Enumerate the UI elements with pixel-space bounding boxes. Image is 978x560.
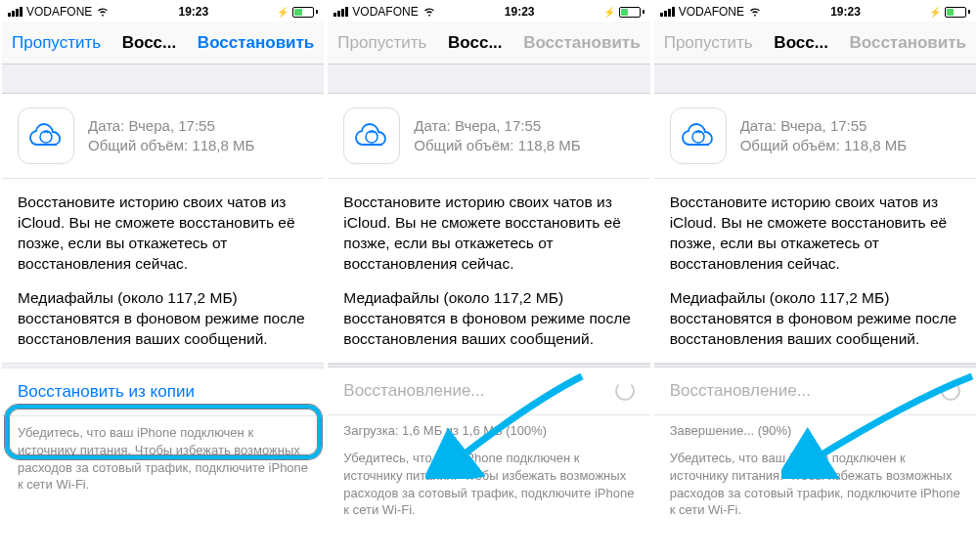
footer-note: Убедитесь, что ваш iPhone подключен к ис… <box>328 442 649 534</box>
icloud-backup-icon <box>670 108 727 164</box>
cellular-signal-icon <box>333 7 348 17</box>
carrier-label: VODAFONE <box>26 5 92 19</box>
nav-bar: Пропустить Восс... Восстановить <box>2 22 324 65</box>
spacer <box>654 65 976 94</box>
restore-progress-row: Восстановление... <box>654 367 976 415</box>
wifi-icon <box>96 4 110 21</box>
carrier-label: VODAFONE <box>679 5 744 19</box>
screen-2: VODAFONE 19:23 ⚡ Пропустить Восс... Восс… <box>328 2 649 535</box>
body-paragraph-1: Восстановите историю своих чатов из iClo… <box>343 193 634 275</box>
body-paragraph-2: Медиафайлы (около 117,2 МБ) восстановятс… <box>670 288 960 350</box>
charging-icon: ⚡ <box>277 7 289 18</box>
status-time: 19:23 <box>505 5 535 19</box>
spacer <box>2 65 324 94</box>
cellular-signal-icon <box>8 7 22 17</box>
battery-icon <box>619 7 645 18</box>
restore-progress-row: Восстановление... <box>328 367 649 415</box>
nav-skip-button: Пропустить <box>664 33 753 53</box>
backup-size: Общий объём: 118,8 МБ <box>740 136 907 155</box>
icloud-backup-icon <box>343 108 400 164</box>
carrier-label: VODAFONE <box>352 5 418 19</box>
nav-restore-button: Восстановить <box>850 33 966 53</box>
body-text: Восстановите историю своих чатов из iClo… <box>328 179 649 364</box>
body-paragraph-1: Восстановите историю своих чатов из iClo… <box>18 193 308 275</box>
backup-info-row: Дата: Вчера, 17:55 Общий объём: 118,8 МБ <box>2 94 324 179</box>
battery-icon <box>945 7 970 18</box>
nav-title: Восс... <box>426 33 523 53</box>
wifi-icon <box>422 4 436 21</box>
cellular-signal-icon <box>660 7 675 17</box>
icloud-backup-icon <box>18 108 74 164</box>
status-bar: VODAFONE 19:23 ⚡ <box>654 2 976 22</box>
nav-skip-button: Пропустить <box>337 33 426 53</box>
backup-info-row: Дата: Вчера, 17:55 Общий объём: 118,8 МБ <box>328 94 649 179</box>
body-text: Восстановите историю своих чатов из iClo… <box>654 179 976 364</box>
nav-restore-button: Восстановить <box>523 33 640 53</box>
status-bar: VODAFONE 19:23 ⚡ <box>2 2 324 22</box>
charging-icon: ⚡ <box>603 7 615 18</box>
backup-size: Общий объём: 118,8 МБ <box>414 136 580 155</box>
backup-date: Дата: Вчера, 17:55 <box>88 116 254 136</box>
nav-bar: Пропустить Восс... Восстановить <box>328 22 649 65</box>
nav-skip-button[interactable]: Пропустить <box>12 33 101 53</box>
screen-3: VODAFONE 19:23 ⚡ Пропустить Восс... Восс… <box>654 2 976 535</box>
status-bar: VODAFONE 19:23 ⚡ <box>328 2 649 22</box>
status-time: 19:23 <box>178 5 208 19</box>
body-text: Восстановите историю своих чатов из iClo… <box>2 179 324 364</box>
restore-label: Восстановление... <box>343 381 484 401</box>
backup-size: Общий объём: 118,8 МБ <box>88 136 254 155</box>
footer-note: Убедитесь, что ваш iPhone подключен к ис… <box>654 442 976 534</box>
wifi-icon <box>748 4 762 21</box>
backup-date: Дата: Вчера, 17:55 <box>414 116 580 136</box>
restore-label: Восстановить из копии <box>18 382 195 402</box>
screen-1: VODAFONE 19:23 ⚡ Пропустить Восс... Восс… <box>2 2 324 535</box>
footer-note: Убедитесь, что ваш iPhone подключен к ис… <box>2 416 324 508</box>
body-paragraph-2: Медиафайлы (около 117,2 МБ) восстановятс… <box>343 288 634 350</box>
svg-point-0 <box>40 131 52 143</box>
nav-bar: Пропустить Восс... Восстановить <box>654 22 976 65</box>
download-progress: Загрузка: 1,6 МБ из 1,6 МБ (100%) <box>328 415 649 442</box>
completion-progress: Завершение... (90%) <box>654 415 976 442</box>
backup-info-row: Дата: Вчера, 17:55 Общий объём: 118,8 МБ <box>654 94 976 179</box>
charging-icon: ⚡ <box>929 7 941 18</box>
nav-restore-button[interactable]: Восстановить <box>198 33 314 53</box>
spacer <box>328 65 649 94</box>
body-paragraph-2: Медиафайлы (около 117,2 МБ) восстановятс… <box>18 288 308 350</box>
restore-from-backup-button[interactable]: Восстановить из копии <box>2 367 324 416</box>
spinner-icon <box>615 381 635 401</box>
body-paragraph-1: Восстановите историю своих чатов из iClo… <box>670 193 960 275</box>
restore-label: Восстановление... <box>670 381 811 401</box>
nav-title: Восс... <box>753 33 850 53</box>
status-time: 19:23 <box>830 5 861 19</box>
backup-date: Дата: Вчера, 17:55 <box>740 116 907 136</box>
battery-icon <box>292 7 318 18</box>
spinner-icon <box>941 381 960 401</box>
nav-title: Восс... <box>101 33 198 53</box>
